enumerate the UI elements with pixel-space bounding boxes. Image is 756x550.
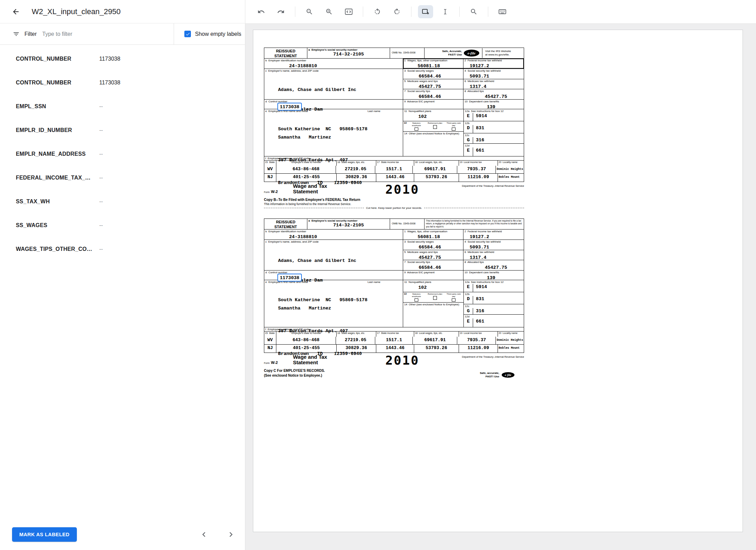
undo-icon xyxy=(257,8,265,16)
mark-as-labeled-button[interactable]: MARK AS LABELED xyxy=(12,527,77,542)
local-tax-col-header: 19 Local income tax xyxy=(459,332,498,337)
box-12-group: 12a See instructions for box 12 E5914 12… xyxy=(464,109,524,156)
redo-button[interactable] xyxy=(273,5,288,18)
box-11-nonqualified: 11 Nonqualified plans 102 xyxy=(403,109,463,121)
back-button[interactable] xyxy=(9,5,23,19)
copy-b-line1: Copy B--To Be Filed with Employee's FEDE… xyxy=(264,197,524,202)
label-name: CONTROL_NUMBER xyxy=(16,80,99,86)
box-5-medicare-wages: 5 Medicare wages and tips 45427.75 xyxy=(403,79,463,89)
cut-line: Cut here. Keep lower portion for your re… xyxy=(264,206,524,210)
label-name: SS_TAX_WH xyxy=(16,198,99,205)
state-tax-col-header: 17 State income tax xyxy=(376,332,414,337)
document-canvas[interactable]: REISSUED STATEMENT a Employee's social s… xyxy=(245,24,756,550)
third-party-sick-pay-checkbox xyxy=(452,298,456,302)
box-12c-code: G xyxy=(464,308,473,314)
box-12a: 12a See instructions for box 12 E5914 xyxy=(464,109,524,121)
omb-box: OMB No. 1545-0008 xyxy=(390,219,425,229)
list-item[interactable]: CONTROL_NUMBER 1173038 xyxy=(16,71,245,94)
rotate-left-button[interactable] xyxy=(370,5,385,18)
third-party-sick-pay-checkbox xyxy=(452,128,456,131)
box-10-value: 139 xyxy=(463,104,495,110)
zoom-out-button[interactable] xyxy=(302,5,317,18)
local-wages-value: 69617.91 xyxy=(413,337,457,344)
box-a-ssn: a Employee's social security number 714-… xyxy=(307,219,390,229)
rotate-left-icon xyxy=(374,8,381,16)
filter-row: Filter Show empty labels xyxy=(0,23,245,45)
box-12d: 12d E661 xyxy=(464,315,524,327)
box-12d: 12d E661 xyxy=(464,144,524,156)
toolbar-divider xyxy=(363,7,363,17)
reissued-box: REISSUED STATEMENT xyxy=(264,48,307,58)
rotate-right-button[interactable] xyxy=(389,5,405,18)
box-3-value: 66584.46 xyxy=(403,74,441,79)
list-item[interactable]: SS_TAX_WH -- xyxy=(16,190,245,213)
box-11-13-14-group: 11 Nonqualified plans 102 13 Statutory e… xyxy=(403,109,464,156)
zoom-in-button[interactable] xyxy=(321,5,337,18)
chevron-right-icon xyxy=(226,530,235,539)
list-item[interactable]: EMPLR_ID_NUMBER -- xyxy=(16,118,245,142)
ssn-value: 714-32-2105 xyxy=(307,223,390,228)
list-item[interactable]: EMPL_SSN -- xyxy=(16,94,245,118)
box-6-label: 6 Medicare tax withheld xyxy=(463,79,524,83)
box-4-ss-tax: 4 Social security tax withheld 5093.71 xyxy=(463,69,524,79)
state-wages-col-header: 16 State wages, tips, etc. xyxy=(337,332,376,337)
state-value: NJ xyxy=(264,345,276,353)
box-1-value: 56081.18 xyxy=(403,234,440,240)
box-12a-code: E xyxy=(464,284,473,292)
search-button[interactable] xyxy=(466,5,481,18)
efile-logo: e-file xyxy=(464,50,479,57)
box-a-ssn: a Employee's social security number 714-… xyxy=(307,48,390,58)
locality-value: Robles Mount xyxy=(498,174,524,182)
box-4-label: 4 Social security tax withheld xyxy=(463,69,524,73)
list-item[interactable]: FEDERAL_INCOME_TAX_… -- xyxy=(16,166,245,190)
label-name: SS_WAGES xyxy=(16,222,99,228)
box-2-value: 19127.2 xyxy=(463,234,489,240)
label-value: -- xyxy=(99,222,103,228)
box-11-label: 11 Nonqualified plans xyxy=(403,109,463,113)
prev-page-button[interactable] xyxy=(198,529,210,540)
box-9-eic: 9 Advance EIC payment xyxy=(403,100,463,109)
form-title: Wage and Tax Statement xyxy=(293,354,330,365)
box-b-ein: b Employer identification number 24-3188… xyxy=(264,230,403,240)
box-12b-code: D xyxy=(464,296,473,304)
retirement-plan-label: Retirement plan xyxy=(428,122,442,124)
box-9-label: 9 Advance EIC payment xyxy=(403,271,463,274)
code-view-button[interactable] xyxy=(341,5,356,18)
arrow-back-icon xyxy=(12,8,20,16)
box-1-label: 1 Wages, tips, other compensation xyxy=(403,59,463,62)
box-12a-label: 12a See instructions for box 12 xyxy=(464,280,524,284)
treasury-department-text: Department of the Treasury--Internal Rev… xyxy=(462,183,524,187)
box-b-label: b Employer identification number xyxy=(264,59,403,62)
box-3-label: 3 Social security wages xyxy=(403,69,463,73)
state-id-value: 401-25-455 xyxy=(276,174,337,182)
label-name: FEDERAL_INCOME_TAX_… xyxy=(16,175,99,181)
label-name: EMPL_SSN xyxy=(16,103,99,110)
list-item[interactable]: SS_WAGES -- xyxy=(16,213,245,237)
undo-button[interactable] xyxy=(254,5,269,18)
check-icon xyxy=(185,32,190,37)
statutory-employee-checkbox xyxy=(415,128,418,131)
crop-tool-button[interactable] xyxy=(418,5,433,18)
copy-b-line2: This information is being furnished to t… xyxy=(264,202,524,206)
label-value: -- xyxy=(99,246,103,252)
visit-line1: Visit the IRS Website xyxy=(485,50,522,53)
text-cursor-button[interactable] xyxy=(438,5,453,18)
show-empty-labels-checkbox[interactable] xyxy=(184,31,191,37)
filter-input[interactable] xyxy=(42,31,174,38)
irs-notice-text: This information is being furnished to t… xyxy=(425,219,524,229)
toolbar-divider xyxy=(295,7,295,17)
state-id-value: 401-25-455 xyxy=(276,345,337,353)
next-page-button[interactable] xyxy=(225,529,237,540)
local-tax-value: 7935.37 xyxy=(457,337,496,344)
list-item[interactable]: CONTROL_NUMBER 1173038 xyxy=(16,47,245,71)
box-3-ss-wages: 3 Social security wages 66584.46 xyxy=(403,240,463,250)
locality-value: Robles Mount xyxy=(498,345,524,353)
list-item[interactable]: WAGES_TIPS_OTHER_CO… -- xyxy=(16,237,245,261)
list-item[interactable]: EMPLR_NAME_ADDRESS -- xyxy=(16,142,245,166)
box-12c-value: 316 xyxy=(473,137,484,143)
box-12-group: 12a See instructions for box 12 E5914 12… xyxy=(464,280,524,327)
label-value: 1173038 xyxy=(99,56,120,62)
box-12c: 12c G316 xyxy=(464,133,524,144)
keyboard-button[interactable] xyxy=(495,5,510,18)
box-e-label: e Employee's first name and initial xyxy=(264,109,309,113)
